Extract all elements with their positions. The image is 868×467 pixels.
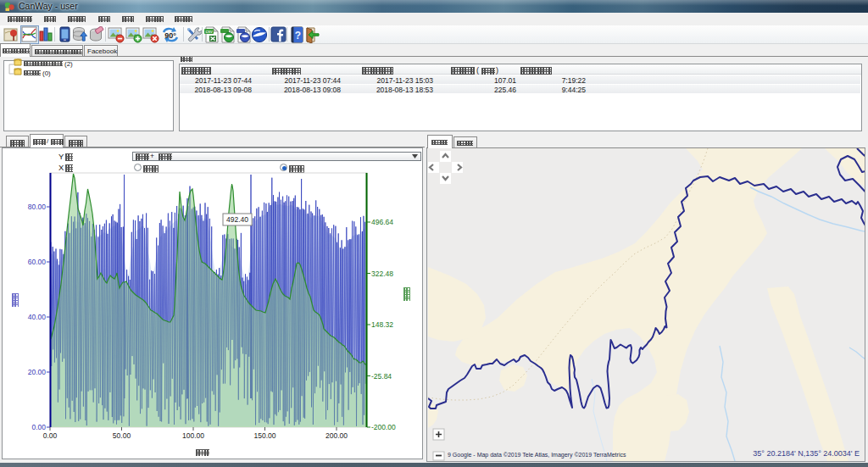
svg-text:35° 20.2184' N,135° 24.0034' E: 35° 20.2184' N,135° 24.0034' E <box>753 449 860 458</box>
svg-text:9 Google - Map data ©2019 Tele: 9 Google - Map data ©2019 Tele Atlas, Im… <box>448 452 626 459</box>
